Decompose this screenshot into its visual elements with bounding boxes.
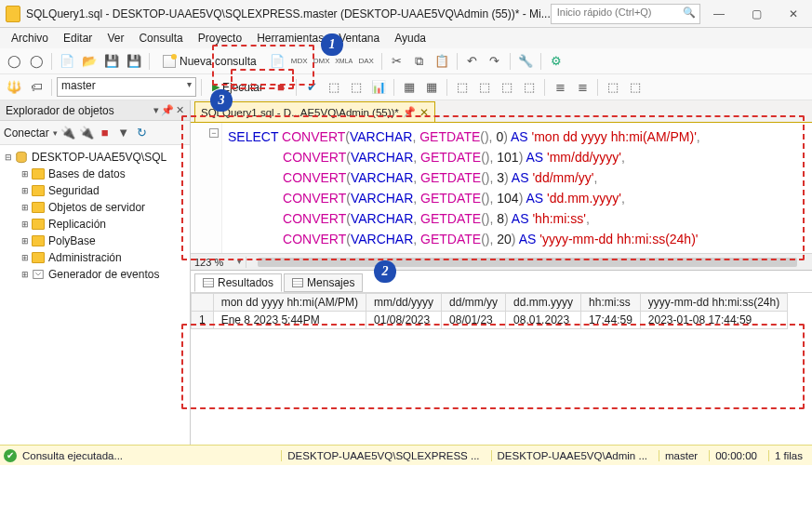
results-grid-icon[interactable]: ▦: [399, 77, 419, 98]
options4-icon[interactable]: ⬚: [519, 77, 539, 98]
filter-icon[interactable]: 🔱: [4, 77, 24, 98]
horizontal-scrollbar[interactable]: [246, 256, 812, 269]
query-mdx-icon[interactable]: MDX: [289, 51, 310, 72]
query-dax-icon[interactable]: DAX: [356, 51, 377, 72]
sql-editor[interactable]: − SELECT CONVERT(VARCHAR, GETDATE(), 0) …: [191, 123, 812, 253]
code-content[interactable]: SELECT CONVERT(VARCHAR, GETDATE(), 0) AS…: [222, 123, 812, 253]
tree-node[interactable]: ⊞Replicación: [0, 216, 190, 233]
menu-proyecto[interactable]: Proyecto: [191, 30, 249, 47]
refresh-icon[interactable]: ↻: [134, 123, 151, 143]
play-icon: ▶: [212, 81, 220, 93]
execute-label: Ejecutar: [222, 81, 263, 94]
options-icon[interactable]: ⬚: [452, 77, 473, 98]
parse-icon[interactable]: ✔: [301, 77, 322, 98]
indent-icon[interactable]: ≣: [550, 77, 570, 98]
options3-icon[interactable]: ⬚: [497, 77, 517, 98]
tab-mensajes[interactable]: Mensajes: [284, 273, 363, 292]
chevron-down-icon[interactable]: ▾: [53, 128, 58, 138]
sqlcmd-icon[interactable]: ▦: [421, 77, 442, 98]
menu-archivo[interactable]: Archivo: [4, 30, 56, 47]
nav-fwd-icon[interactable]: ◯: [26, 51, 47, 72]
tree-node[interactable]: ⊞Seguridad: [0, 182, 190, 199]
find-icon[interactable]: 🔧: [515, 51, 536, 72]
column-header[interactable]: dd/mm/yy: [442, 294, 506, 312]
stop2-icon[interactable]: ■: [97, 123, 113, 143]
cut-icon[interactable]: ✂: [387, 51, 407, 72]
query-dmx-icon[interactable]: DMX: [312, 51, 332, 72]
query-db-icon[interactable]: 📄: [267, 51, 287, 72]
menubar: Archivo Editar Ver Consulta Proyecto Her…: [0, 28, 812, 48]
rownum-cell[interactable]: 1: [192, 312, 214, 329]
menu-ayuda[interactable]: Ayuda: [387, 30, 433, 47]
grid-cell[interactable]: 01/08/2023: [366, 312, 442, 329]
settings-icon[interactable]: ⚙: [546, 51, 566, 72]
outdent-icon[interactable]: ≣: [572, 77, 592, 98]
maximize-button[interactable]: ▢: [738, 0, 775, 28]
tag-icon[interactable]: 🏷: [26, 77, 47, 98]
options2-icon[interactable]: ⬚: [474, 77, 495, 98]
document-tab[interactable]: SQLQuery1.sql - D...AE5VQ\Admin (55))* 📌…: [194, 101, 435, 122]
tree-node[interactable]: ⊞Objetos de servidor: [0, 199, 190, 216]
filter2-icon[interactable]: ▼: [115, 123, 132, 143]
column-header[interactable]: mm/dd/yyyy: [366, 294, 442, 312]
collapse-region-icon[interactable]: −: [209, 128, 219, 138]
nav-back-icon[interactable]: ◯: [4, 51, 24, 72]
grid-data-row[interactable]: 1 Ene 8 2023 5:44PM 01/08/2023 08/01/23 …: [192, 312, 788, 329]
disconnect-icon[interactable]: 🔌: [78, 123, 95, 143]
minimize-button[interactable]: ―: [700, 0, 738, 28]
pin-icon[interactable]: 📌: [161, 104, 174, 116]
new-query-button[interactable]: Nueva consulta: [154, 51, 265, 72]
plan-icon[interactable]: ⬚: [324, 77, 344, 98]
grid-cell[interactable]: 17:44:59: [581, 312, 641, 329]
menu-ventana[interactable]: Ventana: [331, 30, 387, 47]
column-header[interactable]: yyyy-mm-dd hh:mi:ss(24h): [640, 294, 787, 312]
database-selector[interactable]: master: [57, 77, 196, 97]
connect-icon[interactable]: 🔌: [60, 123, 76, 143]
save-all-icon[interactable]: 💾: [124, 51, 144, 72]
menu-herramientas[interactable]: Herramientas: [249, 30, 331, 47]
tree-node[interactable]: ⊞Administración: [0, 249, 190, 266]
collapse-icon[interactable]: ⊟: [4, 153, 13, 162]
column-header[interactable]: mon dd yyyy hh:mi(AM/PM): [213, 294, 366, 312]
undo-icon[interactable]: ↶: [462, 51, 483, 72]
comment-icon[interactable]: ⬚: [603, 77, 623, 98]
dropdown-icon[interactable]: ▾: [153, 104, 159, 116]
menu-ver[interactable]: Ver: [100, 30, 131, 47]
query-xmla-icon[interactable]: XMLA: [334, 51, 354, 72]
plan2-icon[interactable]: ⬚: [346, 77, 366, 98]
paste-icon[interactable]: 📋: [432, 51, 452, 72]
zoom-selector[interactable]: 123 %: [191, 257, 246, 268]
save-icon[interactable]: 💾: [101, 51, 122, 72]
tree-node[interactable]: ⊞Bases de datos: [0, 166, 190, 182]
tree-label: PolyBase: [48, 234, 96, 247]
menu-editar[interactable]: Editar: [56, 30, 100, 47]
quick-launch-input[interactable]: Inicio rápido (Ctrl+Q) 🔍: [551, 4, 700, 24]
results-grid[interactable]: mon dd yyyy hh:mi(AM/PM) mm/dd/yyyy dd/m…: [191, 293, 812, 445]
execute-button[interactable]: ▶ Ejecutar: [206, 77, 269, 98]
grid-cell[interactable]: 2023-01-08 17:44:59: [640, 312, 787, 329]
new-file-icon[interactable]: 📄: [57, 51, 77, 72]
grid-cell[interactable]: 08/01/23: [442, 312, 506, 329]
copy-icon[interactable]: ⧉: [409, 51, 430, 72]
grid-cell[interactable]: Ene 8 2023 5:44PM: [213, 312, 366, 329]
close-tab-icon[interactable]: ✕: [419, 106, 429, 119]
stats-icon[interactable]: 📊: [368, 77, 389, 98]
tab-resultados[interactable]: Resultados: [194, 273, 282, 292]
tree-server-node[interactable]: ⊟ DESKTOP-UAAE5VQ\SQL: [0, 149, 190, 166]
open-icon[interactable]: 📂: [79, 51, 100, 72]
tree-node[interactable]: ⊞Generador de eventos: [0, 266, 190, 283]
redo-icon[interactable]: ↷: [485, 51, 505, 72]
column-header[interactable]: dd.mm.yyyy: [506, 294, 581, 312]
help-icon[interactable]: ⬚: [625, 77, 646, 98]
grid-cell[interactable]: 08.01.2023: [506, 312, 581, 329]
close-panel-icon[interactable]: ✕: [176, 104, 184, 116]
column-header[interactable]: hh:mi:ss: [581, 294, 641, 312]
close-button[interactable]: ✕: [775, 0, 812, 28]
menu-consulta[interactable]: Consulta: [131, 30, 190, 47]
object-tree[interactable]: ⊟ DESKTOP-UAAE5VQ\SQL ⊞Bases de datos ⊞S…: [0, 145, 190, 445]
tree-node[interactable]: ⊞PolyBase: [0, 233, 190, 249]
stop-icon[interactable]: ■: [271, 77, 291, 98]
connect-label[interactable]: Conectar: [4, 126, 49, 140]
pin-tab-icon[interactable]: 📌: [403, 106, 416, 118]
server-label: DESKTOP-UAAE5VQ\SQL: [32, 151, 166, 164]
